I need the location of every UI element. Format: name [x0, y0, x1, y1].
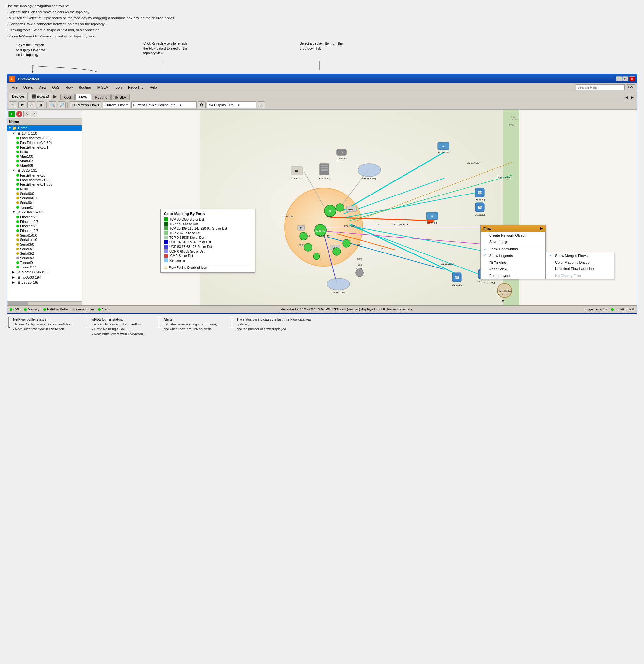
tree-item-vlan100[interactable]: Vlan100: [7, 154, 82, 159]
tree-item-tun111[interactable]: Tunnel111: [7, 265, 82, 269]
device-icon-hp3500: 🖥: [16, 275, 21, 279]
tree-item-s100[interactable]: Serial1/0:0: [7, 233, 82, 237]
expand-button[interactable]: ⬛ Expand: [29, 93, 51, 100]
flow-menu-reset-layout[interactable]: Reset Layout: [481, 272, 545, 279]
menu-view[interactable]: View: [36, 85, 49, 90]
tool-connect[interactable]: ⤢: [27, 101, 35, 108]
tool-zoom-in[interactable]: 🔍: [48, 101, 56, 108]
tree-item-1841[interactable]: ▼ 🖥 1841-110: [7, 131, 82, 136]
sidebar-scrollbar[interactable]: [7, 302, 82, 305]
close-button[interactable]: ✕: [629, 76, 635, 81]
refresh-flows-button[interactable]: ↻ Refresh Flows: [70, 101, 101, 108]
flow-menu-show-legends[interactable]: ✓ Show Legends: [481, 252, 545, 259]
expand-j2320[interactable]: ▶: [13, 281, 16, 284]
tab-devices[interactable]: Devices: [9, 93, 28, 100]
tree-item-hp3500[interactable]: ▶ 🖥 hp3500-194: [7, 275, 82, 280]
logged-in-dot: [611, 308, 614, 311]
tab-nav-prev[interactable]: ◀: [624, 95, 629, 100]
tool-select[interactable]: ✛: [9, 101, 17, 108]
right-menu-merged-flows[interactable]: ✓ Show Merged Flows: [546, 252, 614, 259]
tree-item-3725-tun1[interactable]: Tunnel1: [7, 205, 82, 209]
menu-users[interactable]: Users: [21, 85, 36, 90]
flow-menu-show-bandwidths[interactable]: ✓ Show Bandwidths: [481, 245, 545, 252]
menu-ipsla[interactable]: IP SLA: [94, 85, 110, 90]
sidebar-btn-1[interactable]: ●: [16, 111, 22, 117]
right-menu-color-mapping[interactable]: Color Mapping Dialog: [546, 259, 614, 266]
menu-qos[interactable]: QoS: [49, 85, 62, 90]
expand-3725[interactable]: ▼: [13, 169, 16, 172]
tool-draw[interactable]: ⊞: [37, 101, 44, 108]
expand-7204[interactable]: ▼: [13, 210, 16, 214]
topology-area[interactable]: N Local 3725-13 192.168...131 Null0 FE0/…: [82, 110, 637, 305]
tree-item-fe3725-602[interactable]: FastEthernet0/1.602: [7, 178, 82, 182]
check-3: ✓: [483, 253, 488, 258]
flow-menu-save-image[interactable]: Save Image: [481, 238, 545, 245]
toolbar-sep-1: [46, 102, 47, 108]
tree-item-3725-null0[interactable]: Null0: [7, 187, 82, 191]
tree-item-s110[interactable]: Serial1/1:0: [7, 237, 82, 242]
maximize-button[interactable]: □: [623, 76, 628, 81]
polling-dropdown[interactable]: Current Device Polling Inte... ▼: [132, 101, 197, 108]
tree-item-3725[interactable]: ▼ 🖥 3725-131: [7, 168, 82, 173]
sidebar-scroll-thumb[interactable]: [8, 302, 28, 305]
tree-item-fe601[interactable]: FastEthernet0/0.601: [7, 141, 82, 145]
tree-item-tun0[interactable]: Tunnel0: [7, 260, 82, 265]
expand-hp3500[interactable]: ▶: [13, 276, 16, 279]
tree-item-null0-1[interactable]: Null0: [7, 149, 82, 154]
menu-file[interactable]: File: [9, 85, 20, 90]
tree-item-eth25[interactable]: Ethernet2/5: [7, 219, 82, 224]
expand-1841[interactable]: ▼: [13, 132, 16, 135]
tree-item-alcatel[interactable]: ▶ 🖥 alcatel6850-195: [7, 269, 82, 275]
tab-ipsla[interactable]: IP SLA: [112, 94, 130, 100]
tool-zoom-out[interactable]: 🔎: [58, 101, 65, 108]
cm-swatch-5: [164, 240, 168, 244]
tree-item-fe600[interactable]: FastEthernet0/0.600: [7, 136, 82, 141]
tab-routing[interactable]: Routing: [92, 94, 111, 100]
search-button[interactable]: Go: [626, 84, 635, 90]
tab-qos[interactable]: QoS: [60, 94, 75, 100]
menu-tools[interactable]: Tools: [111, 85, 125, 90]
sidebar-add-btn[interactable]: +: [8, 111, 15, 117]
filter-dropdown[interactable]: No Display Filte... ▼: [207, 101, 256, 108]
tree-item-s30[interactable]: Serial3/0: [7, 242, 82, 247]
menu-reporting[interactable]: Reporting: [125, 85, 146, 90]
tree-item-fe01[interactable]: FastEthernet0/0/1: [7, 145, 82, 149]
sidebar-btn-3[interactable]: ○: [31, 111, 38, 117]
tree-item-3725-s001[interactable]: Serial0/0.1: [7, 196, 82, 200]
tree-item-eth26[interactable]: Ethernet2/6: [7, 224, 82, 228]
tree-item-s31[interactable]: Serial3/1: [7, 247, 82, 251]
tab-nav-next[interactable]: ▶: [630, 95, 635, 100]
tree-item-fe3725-605[interactable]: FastEthernet0/1.605: [7, 182, 82, 187]
polling-settings-btn[interactable]: ⚙: [198, 101, 206, 108]
filter-settings-btn[interactable]: …: [257, 101, 265, 108]
tree-item-eth27[interactable]: Ethernet2/7: [7, 228, 82, 233]
sidebar-btn-2[interactable]: ○: [23, 111, 30, 117]
flow-menu-reset-view[interactable]: Reset View: [481, 266, 545, 272]
tree-item-vlan605[interactable]: Vlan605: [7, 163, 82, 168]
flow-menu-create-network[interactable]: Create Network Object: [481, 232, 545, 238]
menu-flow[interactable]: Flow: [63, 85, 75, 90]
tree-item-s32[interactable]: Serial3/2: [7, 251, 82, 256]
search-input[interactable]: [576, 84, 625, 90]
right-menu-historical[interactable]: Historical Flow Launcher: [546, 266, 614, 272]
tree-item-fe3725-0[interactable]: FastEthernet0/0: [7, 173, 82, 178]
tree-item-3725-s01[interactable]: Serial0/1: [7, 200, 82, 205]
menu-help[interactable]: Help: [147, 85, 160, 90]
tree-item-vlan603[interactable]: Vlan603: [7, 159, 82, 163]
tree-item-j2320[interactable]: ▶ 🖥 J2320-167: [7, 280, 82, 285]
flow-menu-fit-view[interactable]: Fit To View: [481, 260, 545, 266]
tree-item-3725-s00[interactable]: Serial0/0: [7, 191, 82, 196]
menu-routing[interactable]: Routing: [76, 85, 94, 90]
flow-menu-header[interactable]: Flow ▶: [481, 225, 545, 232]
tool-pan[interactable]: ☛: [18, 101, 26, 108]
tree-item-home[interactable]: ▼ 📁 Home: [7, 125, 82, 131]
right-check-0: ✓: [549, 253, 554, 258]
tree-item-eth20[interactable]: Ethernet2/0: [7, 215, 82, 219]
tree-item-s33[interactable]: Serial3/3: [7, 256, 82, 260]
tab-flow[interactable]: Flow: [75, 94, 90, 100]
expand-home[interactable]: ▼: [8, 126, 13, 130]
expand-alcatel[interactable]: ▶: [13, 270, 16, 274]
tree-item-7204[interactable]: ▼ 🖥 7204VXR-132: [7, 209, 82, 215]
minimize-button[interactable]: —: [616, 76, 622, 81]
time-dropdown[interactable]: Current Time ▼: [103, 101, 130, 108]
